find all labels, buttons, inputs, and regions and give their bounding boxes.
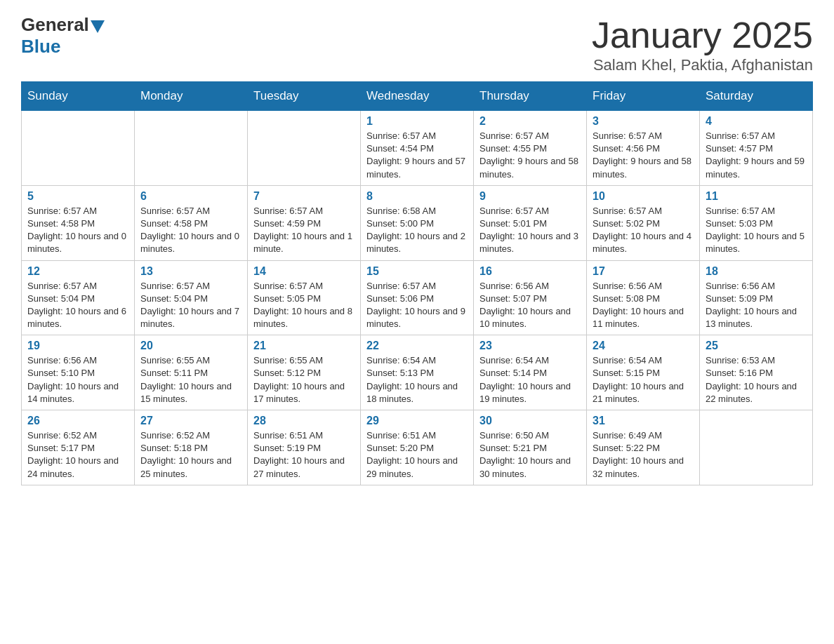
day-info: Sunrise: 6:56 AM Sunset: 5:10 PM Dayligh… [27,354,128,405]
calendar-header-saturday: Saturday [700,82,813,111]
day-number: 18 [706,265,807,278]
calendar-cell: 2Sunrise: 6:57 AM Sunset: 4:55 PM Daylig… [474,111,587,186]
day-info: Sunrise: 6:52 AM Sunset: 5:17 PM Dayligh… [27,429,128,481]
day-info: Sunrise: 6:55 AM Sunset: 5:12 PM Dayligh… [253,354,355,405]
calendar-cell: 11Sunrise: 6:57 AM Sunset: 5:03 PM Dayli… [700,185,813,260]
day-number: 3 [593,115,694,128]
day-number: 10 [593,190,694,203]
calendar-cell: 15Sunrise: 6:57 AM Sunset: 5:06 PM Dayli… [361,260,474,335]
day-number: 30 [479,415,581,427]
day-info: Sunrise: 6:54 AM Sunset: 5:15 PM Dayligh… [593,354,694,405]
day-info: Sunrise: 6:55 AM Sunset: 5:11 PM Dayligh… [140,354,241,405]
calendar-cell: 7Sunrise: 6:57 AM Sunset: 4:59 PM Daylig… [248,185,361,260]
day-info: Sunrise: 6:58 AM Sunset: 5:00 PM Dayligh… [366,205,468,256]
calendar-cell: 16Sunrise: 6:56 AM Sunset: 5:07 PM Dayli… [474,260,587,335]
day-info: Sunrise: 6:56 AM Sunset: 5:07 PM Dayligh… [479,280,581,331]
calendar-cell: 18Sunrise: 6:56 AM Sunset: 5:09 PM Dayli… [700,260,813,335]
title-section: January 2025 Salam Khel, Paktia, Afghani… [592,14,813,74]
day-info: Sunrise: 6:57 AM Sunset: 4:58 PM Dayligh… [27,205,128,256]
day-info: Sunrise: 6:57 AM Sunset: 5:04 PM Dayligh… [27,280,128,331]
day-info: Sunrise: 6:49 AM Sunset: 5:22 PM Dayligh… [593,429,694,481]
day-number: 26 [27,415,128,427]
calendar-cell: 1Sunrise: 6:57 AM Sunset: 4:54 PM Daylig… [361,111,474,186]
day-info: Sunrise: 6:51 AM Sunset: 5:19 PM Dayligh… [253,429,355,481]
day-number: 29 [366,415,468,427]
calendar-cell: 20Sunrise: 6:55 AM Sunset: 5:11 PM Dayli… [135,335,248,410]
logo-triangle-icon [91,20,105,33]
calendar-header-monday: Monday [135,82,248,111]
day-info: Sunrise: 6:57 AM Sunset: 5:01 PM Dayligh… [479,205,581,256]
day-info: Sunrise: 6:57 AM Sunset: 4:56 PM Dayligh… [593,130,694,181]
calendar-cell: 9Sunrise: 6:57 AM Sunset: 5:01 PM Daylig… [474,185,587,260]
day-number: 25 [706,340,807,352]
calendar-week-4: 19Sunrise: 6:56 AM Sunset: 5:10 PM Dayli… [22,335,813,410]
calendar-header-thursday: Thursday [474,82,587,111]
calendar-cell: 3Sunrise: 6:57 AM Sunset: 4:56 PM Daylig… [587,111,700,186]
logo: General Blue [21,14,105,58]
day-number: 23 [479,340,581,352]
day-number: 13 [140,265,241,278]
day-info: Sunrise: 6:57 AM Sunset: 5:05 PM Dayligh… [253,280,355,331]
calendar-cell: 8Sunrise: 6:58 AM Sunset: 5:00 PM Daylig… [361,185,474,260]
day-number: 12 [27,265,128,278]
day-number: 21 [253,340,355,352]
page-header: General Blue January 2025 Salam Khel, Pa… [21,14,813,74]
calendar-header-wednesday: Wednesday [361,82,474,111]
day-info: Sunrise: 6:51 AM Sunset: 5:20 PM Dayligh… [366,429,468,481]
day-number: 31 [593,415,694,427]
day-number: 20 [140,340,241,352]
calendar-table: SundayMondayTuesdayWednesdayThursdayFrid… [21,81,813,485]
calendar-header-friday: Friday [587,82,700,111]
day-number: 28 [253,415,355,427]
calendar-cell: 14Sunrise: 6:57 AM Sunset: 5:05 PM Dayli… [248,260,361,335]
day-number: 16 [479,265,581,278]
day-info: Sunrise: 6:57 AM Sunset: 4:58 PM Dayligh… [140,205,241,256]
day-number: 22 [366,340,468,352]
calendar-header-row: SundayMondayTuesdayWednesdayThursdayFrid… [22,82,813,111]
day-info: Sunrise: 6:57 AM Sunset: 5:06 PM Dayligh… [366,280,468,331]
calendar-header-sunday: Sunday [22,82,135,111]
day-info: Sunrise: 6:54 AM Sunset: 5:13 PM Dayligh… [366,354,468,405]
calendar-cell: 30Sunrise: 6:50 AM Sunset: 5:21 PM Dayli… [474,410,587,485]
day-number: 5 [27,190,128,203]
calendar-cell: 13Sunrise: 6:57 AM Sunset: 5:04 PM Dayli… [135,260,248,335]
calendar-cell [700,410,813,485]
logo-blue-text: Blue [21,36,60,58]
day-number: 8 [366,190,468,203]
calendar-cell [135,111,248,186]
day-number: 17 [593,265,694,278]
calendar-cell: 22Sunrise: 6:54 AM Sunset: 5:13 PM Dayli… [361,335,474,410]
calendar-cell: 21Sunrise: 6:55 AM Sunset: 5:12 PM Dayli… [248,335,361,410]
calendar-cell [22,111,135,186]
day-number: 27 [140,415,241,427]
calendar-week-1: 1Sunrise: 6:57 AM Sunset: 4:54 PM Daylig… [22,111,813,186]
calendar-cell: 26Sunrise: 6:52 AM Sunset: 5:17 PM Dayli… [22,410,135,485]
day-info: Sunrise: 6:50 AM Sunset: 5:21 PM Dayligh… [479,429,581,481]
day-number: 11 [706,190,807,203]
day-info: Sunrise: 6:57 AM Sunset: 5:03 PM Dayligh… [706,205,807,256]
month-year-title: January 2025 [592,14,813,56]
logo-general-text: General [21,14,89,36]
day-info: Sunrise: 6:56 AM Sunset: 5:09 PM Dayligh… [706,280,807,331]
calendar-week-5: 26Sunrise: 6:52 AM Sunset: 5:17 PM Dayli… [22,410,813,485]
day-info: Sunrise: 6:57 AM Sunset: 4:57 PM Dayligh… [706,130,807,181]
logo-blue-part [89,18,105,33]
day-info: Sunrise: 6:56 AM Sunset: 5:08 PM Dayligh… [593,280,694,331]
calendar-cell: 6Sunrise: 6:57 AM Sunset: 4:58 PM Daylig… [135,185,248,260]
calendar-cell [248,111,361,186]
day-number: 24 [593,340,694,352]
day-info: Sunrise: 6:57 AM Sunset: 5:04 PM Dayligh… [140,280,241,331]
day-number: 15 [366,265,468,278]
location-subtitle: Salam Khel, Paktia, Afghanistan [592,56,813,74]
day-number: 2 [479,115,581,128]
calendar-cell: 12Sunrise: 6:57 AM Sunset: 5:04 PM Dayli… [22,260,135,335]
day-number: 14 [253,265,355,278]
calendar-cell: 19Sunrise: 6:56 AM Sunset: 5:10 PM Dayli… [22,335,135,410]
calendar-cell: 4Sunrise: 6:57 AM Sunset: 4:57 PM Daylig… [700,111,813,186]
day-info: Sunrise: 6:57 AM Sunset: 4:55 PM Dayligh… [479,130,581,181]
day-info: Sunrise: 6:57 AM Sunset: 4:59 PM Dayligh… [253,205,355,256]
day-number: 7 [253,190,355,203]
day-number: 4 [706,115,807,128]
calendar-header-tuesday: Tuesday [248,82,361,111]
day-number: 6 [140,190,241,203]
